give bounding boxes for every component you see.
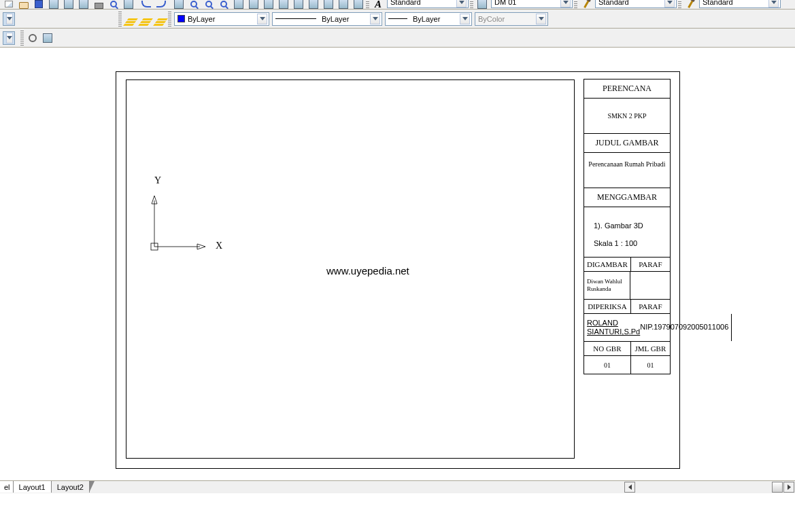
toolbar-small-dd2[interactable] [3, 31, 15, 45]
layer-value: ByLayer [188, 15, 254, 23]
toolbar-btn-draw4[interactable] [276, 0, 291, 8]
toolbar-row-top: A Standard DM 01 Standard Standard [0, 0, 795, 10]
layer-color-swatch [177, 15, 185, 22]
toolbar-btn-draw8[interactable] [336, 0, 351, 8]
textstyle-value: Standard [390, 0, 454, 6]
menggambar-value: 1). Gambar 3D Skala 1 : 100 [584, 207, 670, 258]
toolbar-btn-zoom[interactable] [186, 0, 201, 8]
lineweight-value: ByLayer [413, 15, 457, 23]
toolbar-btn-preview[interactable] [106, 0, 121, 8]
ucs-y-label: Y [154, 175, 161, 186]
toolbar-row-layers: ByLayer ByLayer ByLayer ByColor [0, 10, 795, 29]
tab-layout2[interactable]: Layout2 [52, 481, 90, 493]
hscroll-left[interactable] [624, 482, 635, 493]
paraf-header-1: PARAF [631, 258, 670, 271]
toolbar-btn-zoom-window[interactable] [201, 0, 216, 8]
toolbar-small-dd[interactable] [3, 12, 15, 26]
chevron-down-icon [257, 14, 267, 24]
textstyle-dropdown[interactable]: Standard [387, 0, 469, 8]
toolbar-btn-open[interactable] [16, 0, 31, 8]
toolbar-btn-draw9[interactable] [351, 0, 366, 8]
ucs-x-label: X [216, 241, 222, 251]
paraf-slot-2 [732, 314, 737, 341]
chevron-down-icon [536, 14, 546, 24]
linetype-dropdown[interactable]: ByLayer [272, 12, 382, 26]
toolbar-btn-draw3[interactable] [261, 0, 276, 8]
perencana-value: SMKN 2 PKP [584, 99, 670, 134]
diperiksa-value: ROLAND SIANTURI,S.Pd NIP.197907092005011… [584, 314, 732, 341]
toolbar-btn-draw6[interactable] [306, 0, 321, 8]
chevron-down-icon [6, 33, 13, 43]
dimstyle-value: DM 01 [494, 0, 558, 6]
diperiksa-row: DIPERIKSA PARAF [584, 300, 670, 314]
paraf-header-2: PARAF [631, 300, 670, 313]
digambar-header: DIGAMBAR [584, 258, 631, 271]
lineweight-preview [388, 18, 407, 19]
digambar-value-row: Diwan Wahlul Ruskanda [584, 272, 670, 300]
layer-dropdown[interactable]: ByLayer [174, 12, 269, 26]
judul-header: JUDUL GAMBAR [584, 134, 670, 153]
menggambar-item: 1). Gambar 3D [594, 221, 643, 231]
toolbar-btn-plot[interactable] [121, 0, 136, 8]
toolbar-btn-copy[interactable] [61, 0, 76, 8]
settings-btn[interactable] [25, 31, 40, 46]
chevron-down-icon [768, 0, 779, 7]
plotstyle-value: ByColor [478, 15, 533, 23]
layer-states-btn[interactable] [123, 12, 138, 26]
chevron-down-icon [664, 0, 675, 7]
toolbar-btn-new[interactable] [1, 0, 16, 8]
toolbar-btn-draw7[interactable] [321, 0, 336, 8]
perencana-header: PERENCANA [584, 79, 670, 99]
toolbar-btn-paste[interactable] [76, 0, 91, 8]
digambar-row: DIGAMBAR PARAF [584, 258, 670, 272]
settings-btn2[interactable] [40, 31, 55, 46]
tablestyle-dropdown[interactable]: Standard [595, 0, 677, 8]
toolbar-btn-print[interactable] [91, 0, 106, 8]
watermark-text: www.uyepedia.net [326, 265, 409, 277]
diperiksa-name: ROLAND SIANTURI,S.Pd [587, 319, 640, 336]
tablestyle-value: Standard [598, 0, 662, 6]
judul-value: Perencanaan Rumah Pribadi [584, 153, 670, 188]
hscroll-right[interactable] [783, 482, 794, 493]
toolbar-btn-cut[interactable] [46, 0, 61, 8]
gbr-value-row: 01 01 [584, 356, 670, 374]
dimstyle-dropdown[interactable]: DM 01 [491, 0, 573, 8]
toolbar-btn-save[interactable] [31, 0, 46, 8]
toolbar-btn-dim[interactable] [475, 0, 490, 8]
linetype-preview [275, 18, 316, 19]
tab-model-partial[interactable]: el [0, 481, 14, 493]
toolbar-btn-undo[interactable] [139, 0, 154, 8]
linetype-value: ByLayer [322, 15, 367, 23]
toolbar-btn-dim2[interactable] [579, 0, 594, 8]
toolbar-btn-zoom-prev[interactable] [216, 0, 231, 8]
menggambar-skala: Skala 1 : 100 [594, 238, 637, 249]
diperiksa-value-row: ROLAND SIANTURI,S.Pd NIP.197907092005011… [584, 314, 670, 342]
toolbar-btn-redo[interactable] [154, 0, 169, 8]
gbr-header-row: NO GBR JML GBR [584, 342, 670, 356]
tab-layout1[interactable]: Layout1 [14, 481, 52, 493]
nogbr-value: 01 [584, 356, 631, 374]
layer-manager-btn[interactable] [153, 12, 168, 26]
toolbar-btn-pan[interactable] [171, 0, 186, 8]
toolbar-btn-draw5[interactable] [291, 0, 306, 8]
chevron-down-icon [456, 0, 467, 7]
mleaderstyle-dropdown[interactable]: Standard [699, 0, 781, 8]
toolbar-btn-mleader[interactable] [683, 0, 698, 8]
chevron-down-icon [560, 0, 571, 7]
hscroll-thumb[interactable] [772, 482, 783, 493]
nogbr-header: NO GBR [584, 342, 631, 355]
chevron-down-icon [460, 14, 470, 24]
chevron-down-icon [6, 14, 13, 24]
plotstyle-dropdown[interactable]: ByColor [475, 12, 548, 26]
diperiksa-nip: NIP.197907092005011006 [640, 323, 728, 332]
toolbar-btn-draw1[interactable] [231, 0, 246, 8]
menggambar-header: MENGGAMBAR [584, 188, 670, 207]
lineweight-dropdown[interactable]: ByLayer [385, 12, 472, 26]
mleaderstyle-value: Standard [703, 0, 766, 6]
toolbar-btn-text[interactable]: A [371, 0, 386, 8]
toolbar-btn-draw2[interactable] [246, 0, 261, 8]
digambar-value: Diwan Wahlul Ruskanda [584, 272, 630, 299]
ucs-icon [151, 190, 212, 251]
layer-filter-btn[interactable] [138, 12, 153, 26]
title-block: PERENCANA SMKN 2 PKP JUDUL GAMBAR Perenc… [583, 79, 671, 374]
